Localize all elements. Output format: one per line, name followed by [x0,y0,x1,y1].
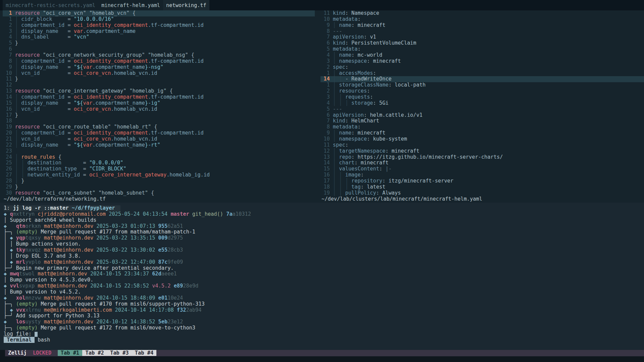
line-number: 6 [320,40,333,46]
code-line[interactable]: 6 apiVersion: helm.cattle.io/v1 [320,112,644,118]
code-line[interactable]: 3 │ namespace: minecraft [320,58,644,64]
log-line: │ ◆ tkynxvqz matt@einhorn.dev 2025-03-22… [4,247,644,253]
code-line[interactable]: 2 │ resources: [320,88,644,94]
editor-pane-networking-tf[interactable]: 1 resource "oci_core_vcn" "homelab_vcn" … [0,10,315,203]
code-line[interactable]: 11 kind: Namespace [320,10,644,16]
line-number: 5 [320,106,333,112]
code-line[interactable]: 4 │ name: mc-world [320,52,644,58]
code-line[interactable]: 2 │ compartment_id = oci_identity_compar… [3,22,315,29]
code-line[interactable]: 4 │ dns_label = "vcn" [3,34,315,40]
terminal-chip[interactable]: Terminal [4,337,35,343]
code-line[interactable]: 14 │ │ - ReadWriteOnce [320,76,644,82]
code-line[interactable]: 1 │ accessModes: [320,70,644,76]
code-line[interactable]: 22 │ display_name = "${var.compartment_n… [3,142,315,148]
log-line: ◆ qmxttryn cjriddz@protonmail.com 2025-0… [4,211,644,217]
code-line[interactable]: 29 } [3,184,315,190]
code-line[interactable]: 17 │ │ │ repository: itzg/minecraft-serv… [320,178,644,184]
code-line[interactable]: 26 │ │ destination_type = "CIDR_BLOCK" [3,166,315,172]
line-number: 30 [3,190,15,196]
code-line[interactable]: 7 resource "oci_core_network_security_gr… [3,52,315,58]
line-number: 2 [3,22,15,28]
log-line: │ Support aarch64 wheel builds [4,217,644,223]
helix-bufferline: minecraft-restic-secrets.yamlminecraft-h… [0,0,644,10]
code-line[interactable]: 6 [3,46,315,52]
line-number: 14 [3,94,15,100]
code-line[interactable]: 8 --- [320,29,644,35]
buffer-tab[interactable]: minecraft-helm.yaml [98,0,163,10]
buffer-tab[interactable]: minecraft-restic-secrets.yaml [3,0,98,10]
code-line[interactable]: 15 │ valuesContent: |- [320,166,644,172]
code-line[interactable]: 2 spec: [320,64,644,70]
code-line[interactable]: 3 │ display_name = var.compartment_name [3,29,315,35]
code-line[interactable]: 24 │ route_rules { [3,154,315,160]
line-number: 2 [320,88,333,94]
log-line: ├─╮ (empty) Merge pull request #172 from… [4,325,644,331]
line-number: 4 [320,100,333,106]
code-line[interactable]: 20 │ compartment_id = oci_identity_compa… [3,130,315,136]
code-line[interactable]: 8 metadata: [320,124,644,130]
code-line[interactable]: 18 [3,118,315,124]
code-line[interactable]: 23 [3,148,315,154]
code-line[interactable]: 13 resource "oci_core_internet_gateway" … [3,88,315,94]
code-line[interactable]: 17 } [3,112,315,118]
code-line[interactable]: 9 │ name: minecraft [320,22,644,29]
code-line[interactable]: 10 │ vcn_id = oci_core_vcn.homelab_vcn.i… [3,70,315,76]
code-line[interactable]: 15 │ display_name = "${var.compartment_n… [3,100,315,106]
line-number: 8 [3,58,15,64]
line-number: 3 [3,28,15,34]
code-line[interactable]: 1 │ storageClassName: local-path [320,82,644,88]
buffer-tab[interactable]: networking.tf [163,0,209,10]
line-number: 12 [320,148,333,154]
code-line[interactable]: 11 spec: [320,142,644,148]
code-line[interactable]: 21 │ vcn_id = oci_core_vcn.homelab_vcn.i… [3,136,315,142]
code-line[interactable]: 18 │ │ │ tag: latest [320,184,644,190]
code-line[interactable]: 25 │ │ destination = "0.0.0.0/0" [3,160,315,166]
code-line[interactable]: 19 resource "oci_core_route_table" "home… [3,124,315,130]
editor-pane-minecraft-helm-yaml[interactable]: 11 kind: Namespace 10 metadata: 9 │ name… [318,10,644,203]
code-line[interactable]: 10 metadata: [320,16,644,22]
log-line: ◆ vvlsvpxp matt@einhorn.dev 2024-10-15 2… [4,283,644,289]
zellij-tab[interactable]: Tab #1 [58,350,83,356]
code-line[interactable]: 14 │ compartment_id = oci_identity_compa… [3,94,315,100]
zellij-tab[interactable]: Tab #3 [107,350,132,356]
code-line[interactable]: 11 } [3,76,315,82]
code-line[interactable]: 5 --- [320,106,644,112]
line-number: 11 [3,76,15,82]
code-line[interactable]: 12 [3,82,315,88]
prompt-cwd: ~/d/ffpyplayer [72,205,115,211]
code-line[interactable]: 9 │ name: minecraft [320,130,644,136]
terminal-pane[interactable]: 1: jj log -r ::master ~/d/ffpyplayer ◆ q… [0,203,644,350]
code-line[interactable]: 5 metadata: [320,46,644,52]
code-line[interactable]: 7 kind: HelmChart [320,118,644,124]
zellij-tab[interactable]: Tab #4 [132,350,157,356]
code-line[interactable]: 19 │ │ pullPolicy: Always [320,190,644,196]
code-line[interactable]: 10 │ namespace: kube-system [320,136,644,142]
code-line[interactable]: 5 } [3,40,315,46]
code-line[interactable]: 6 kind: PersistentVolumeClaim [320,40,644,46]
code-line[interactable]: 3 │ │ requests: [320,94,644,100]
code-line[interactable]: 16 │ vcn_id = oci_core_vcn.homelab_vcn.i… [3,106,315,112]
code-line[interactable]: 16 │ │ image: [320,172,644,178]
code-line[interactable]: 7 apiVersion: v1 [320,34,644,40]
code-line[interactable]: 13 │ repo: https://itzg.github.io/minecr… [320,154,644,160]
code-line[interactable]: 1 │ cidr_block = "10.0.0.0/16" [3,16,315,22]
line-number: 15 [3,100,15,106]
code-line[interactable]: 8 │ compartment_id = oci_identity_compar… [3,58,315,64]
code-line[interactable]: 30 resource "oci_core_subnet" "homelab_s… [3,190,315,196]
code-line[interactable]: 27 │ │ network_entity_id = oci_core_inte… [3,172,315,178]
code-line[interactable]: 1 resource "oci_core_vcn" "homelab_vcn" … [3,10,315,16]
code-line[interactable]: 28 │ } [3,178,315,184]
zellij-tab[interactable]: Tab #2 [82,350,107,356]
shell-label: bash [35,337,50,343]
code-line[interactable]: 4 │ │ │ storage: 5Gi [320,100,644,106]
code-line[interactable]: 9 │ display_name = "${var.compartment_na… [3,64,315,70]
code-line[interactable]: 12 │ targetNamespace: minecraft [320,148,644,154]
line-number: 24 [3,154,15,160]
code-line[interactable]: 14 │ chart: minecraft [320,160,644,166]
line-number: 10 [320,16,333,22]
line-number: 21 [3,136,15,142]
line-number: 25 [3,160,15,166]
line-number: 18 [320,184,333,190]
log-file-prompt[interactable]: log file: [4,331,644,337]
jj-log-output: ◆ qmxttryn cjriddz@protonmail.com 2025-0… [4,211,644,331]
